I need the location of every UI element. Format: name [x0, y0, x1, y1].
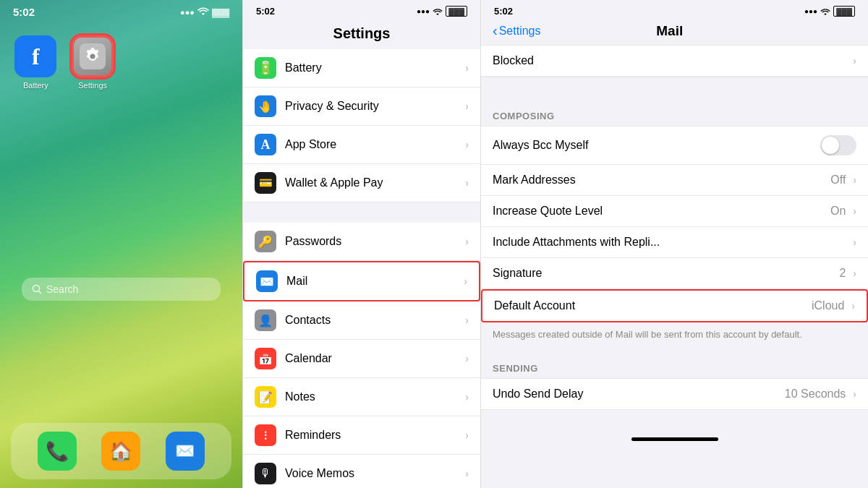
default-account-cell[interactable]: Default Account iCloud ›	[481, 289, 868, 322]
increase-quote-label: Increase Quote Level	[493, 205, 825, 218]
voice-memos-cell-icon: 🎙	[255, 463, 276, 484]
voice-memos-cell-label: Voice Memos	[285, 467, 456, 480]
privacy-cell-label: Privacy & Security	[285, 100, 456, 113]
dock-home[interactable]: 🏠	[101, 432, 140, 471]
settings-cell-mail[interactable]: ✉️ Mail ›	[243, 261, 480, 301]
settings-gear-svg	[80, 43, 106, 69]
mail-home-indicator	[631, 437, 718, 441]
always-bcc-toggle[interactable]	[820, 135, 856, 155]
search-icon	[32, 284, 42, 294]
contacts-cell-label: Contacts	[285, 314, 456, 327]
svg-line-3	[39, 291, 42, 294]
sending-header: SENDING	[481, 350, 868, 378]
mail-settings-panel: 5:02 ●●● ▓▓▓ ‹ Settings Mail Blocked › C…	[481, 0, 868, 488]
search-bar[interactable]: Search	[22, 278, 221, 301]
wallet-cell-icon: 💳	[255, 172, 276, 194]
reminders-cell-icon: ⋮	[255, 424, 276, 446]
default-account-description: Messages created outside of Mail will be…	[481, 322, 868, 350]
battery-chevron: ›	[465, 62, 469, 74]
section-gap-1	[243, 202, 480, 223]
signature-chevron: ›	[853, 267, 856, 279]
home-icons-grid: f Battery Se	[0, 21, 242, 97]
m-battery-icon: ▓▓▓	[833, 6, 855, 17]
iphone-home-screen: 5:02 ●●● ▓▓▓ f Battery	[0, 0, 242, 488]
settings-cell-voice-memos[interactable]: 🎙 Voice Memos ›	[243, 455, 480, 488]
mail-cell-icon: ✉️	[256, 270, 278, 292]
blocked-cell[interactable]: Blocked ›	[481, 46, 868, 77]
settings-cell-privacy[interactable]: 🤚 Privacy & Security ›	[243, 87, 480, 126]
voice-memos-chevron: ›	[465, 468, 469, 479]
signature-cell[interactable]: Signature 2 ›	[481, 258, 868, 289]
settings-cell-contacts[interactable]: 👤 Contacts ›	[243, 301, 480, 340]
settings-section-1: 🔋 Battery › 🤚 Privacy & Security › A App…	[243, 49, 480, 202]
mail-chevron: ›	[464, 275, 467, 287]
undo-send-cell[interactable]: Undo Send Delay 10 Seconds ›	[481, 379, 868, 410]
m-signal-icon: ●●●	[804, 7, 817, 15]
mail-icon: ✉️	[175, 442, 195, 461]
mark-addresses-value: Off	[830, 174, 846, 187]
back-button[interactable]: ‹ Settings	[493, 22, 540, 39]
calendar-cell-label: Calendar	[285, 352, 456, 365]
increase-quote-cell[interactable]: Increase Quote Level On ›	[481, 196, 868, 227]
composing-section: Always Bcc Myself Mark Addresses Off › I…	[481, 126, 868, 322]
include-attachments-label: Include Attachments with Repli...	[493, 236, 846, 249]
passwords-cell-label: Passwords	[285, 235, 456, 248]
dock-phone[interactable]: 📞	[38, 432, 77, 471]
wallet-cell-label: Wallet & Apple Pay	[285, 176, 456, 189]
settings-cell-battery[interactable]: 🔋 Battery ›	[243, 49, 480, 87]
blocked-label: Blocked	[493, 54, 846, 67]
settings-cell-wallet[interactable]: 💳 Wallet & Apple Pay ›	[243, 164, 480, 202]
battery-icon: ▓▓▓	[212, 8, 229, 17]
always-bcc-label: Always Bcc Myself	[493, 139, 814, 152]
home-status-bar: 5:02 ●●● ▓▓▓	[0, 0, 242, 21]
increase-quote-chevron: ›	[853, 205, 856, 217]
default-account-chevron: ›	[851, 300, 855, 312]
increase-quote-value: On	[830, 205, 846, 218]
mark-addresses-chevron: ›	[853, 174, 856, 186]
dock: 📞 🏠 ✉️	[11, 423, 231, 479]
settings-cell-calendar[interactable]: 📅 Calendar ›	[243, 340, 480, 378]
passwords-chevron: ›	[465, 236, 469, 247]
s2-wifi-icon	[433, 8, 443, 15]
wallet-chevron: ›	[465, 177, 469, 189]
mark-addresses-cell[interactable]: Mark Addresses Off ›	[481, 165, 868, 196]
settings-cell-notes[interactable]: 📝 Notes ›	[243, 378, 480, 416]
s2-signal-icon: ●●●	[417, 7, 430, 15]
settings-time: 5:02	[256, 6, 275, 17]
app-settings[interactable]: Settings	[70, 35, 116, 90]
settings-cell-reminders[interactable]: ⋮ Reminders ›	[243, 416, 480, 455]
settings-title: Settings	[243, 20, 480, 49]
battery-cell-icon: 🔋	[255, 57, 276, 79]
home-time: 5:02	[13, 6, 35, 18]
notes-cell-label: Notes	[285, 390, 456, 403]
undo-send-label: Undo Send Delay	[493, 388, 779, 401]
signal-icon: ●●●	[180, 8, 195, 17]
facebook-label: Battery	[23, 81, 48, 90]
always-bcc-cell[interactable]: Always Bcc Myself	[481, 127, 868, 165]
mail-cell-label: Mail	[286, 275, 455, 288]
appstore-cell-icon: A	[255, 134, 276, 155]
svg-point-2	[33, 286, 40, 292]
app-facebook[interactable]: f Battery	[13, 35, 59, 90]
search-label: Search	[46, 283, 78, 295]
calendar-chevron: ›	[465, 353, 469, 364]
s2-battery-icon: ▓▓▓	[446, 6, 467, 17]
signature-label: Signature	[493, 267, 833, 280]
settings-icon-wrap	[72, 35, 114, 77]
mail-nav-title: Mail	[543, 23, 796, 39]
undo-send-value: 10 Seconds	[785, 388, 846, 401]
settings-panel: 5:02 ●●● ▓▓▓ Settings 🔋 Battery › 🤚 Priv…	[242, 0, 481, 488]
blocked-section: Blocked ›	[481, 45, 868, 77]
home-status-icons: ●●● ▓▓▓	[180, 7, 229, 17]
include-attachments-cell[interactable]: Include Attachments with Repli... ›	[481, 227, 868, 258]
contacts-cell-icon: 👤	[255, 309, 276, 331]
mail-time: 5:02	[494, 6, 513, 17]
settings-list: 🔋 Battery › 🤚 Privacy & Security › A App…	[243, 49, 480, 488]
include-attachments-chevron: ›	[853, 236, 856, 248]
mail-nav: ‹ Settings Mail	[481, 20, 868, 45]
passwords-cell-icon: 🔑	[255, 231, 276, 252]
settings-section-2: 🔑 Passwords › ✉️ Mail › 👤 Contacts › 📅 C…	[243, 223, 480, 488]
dock-mail[interactable]: ✉️	[166, 432, 205, 471]
settings-cell-appstore[interactable]: A App Store ›	[243, 126, 480, 164]
settings-cell-passwords[interactable]: 🔑 Passwords ›	[243, 223, 480, 261]
